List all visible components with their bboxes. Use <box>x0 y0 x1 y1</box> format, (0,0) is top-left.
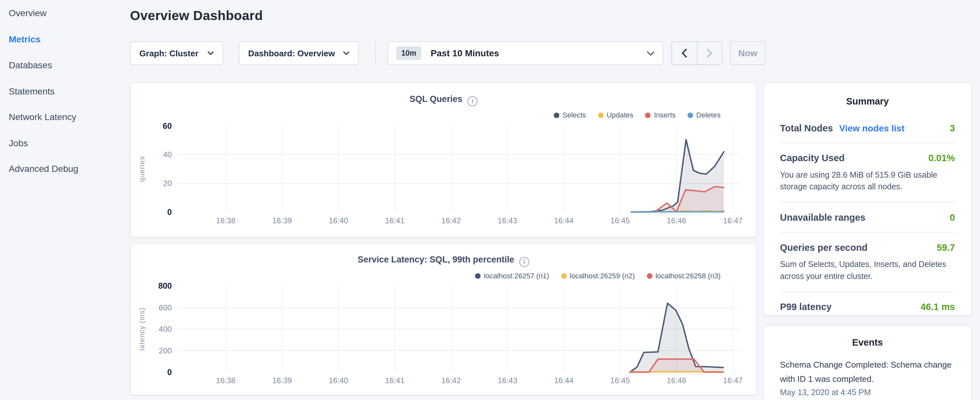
y-tick-label: 600 <box>159 303 172 312</box>
x-tick-label: 16:47 <box>723 216 743 225</box>
sidebar-item-jobs[interactable]: Jobs <box>0 137 130 148</box>
chevron-left-icon <box>681 49 687 57</box>
chevron-down-icon <box>343 51 349 55</box>
unavailable-ranges-row: Unavailable ranges 0 <box>780 212 955 223</box>
qps-value: 59.7 <box>937 242 955 253</box>
p99-value: 46.1 ms <box>921 301 955 312</box>
sidebar-item-statements[interactable]: Statements <box>0 85 130 97</box>
x-tick-label: 16:41 <box>385 376 404 385</box>
now-button[interactable]: Now <box>730 41 765 65</box>
dashboard-dropdown[interactable]: Dashboard: Overview <box>239 41 359 65</box>
app-root: Overview Metrics Databases Statements Ne… <box>0 0 980 400</box>
qps-label: Queries per second <box>780 242 868 253</box>
time-range-picker[interactable]: 10m Past 10 Minutes <box>388 41 663 65</box>
x-tick-label: 16:40 <box>329 216 348 225</box>
x-tick-label: 16:47 <box>723 376 743 385</box>
total-nodes-label: Total Nodes <box>780 123 833 133</box>
x-tick-label: 16:38 <box>216 216 235 225</box>
sidebar-item-advanced-debug[interactable]: Advanced Debug <box>0 163 130 174</box>
time-step-group <box>671 41 722 65</box>
qps-description: Sum of Selects, Updates, Inserts, and De… <box>780 258 955 282</box>
x-tick-label: 16:39 <box>272 216 292 225</box>
x-tick-label: 16:39 <box>272 376 292 385</box>
chevron-right-icon <box>706 49 712 57</box>
x-tick-label: 16:44 <box>554 376 573 385</box>
y-tick-label: 20 <box>163 179 172 188</box>
divider <box>780 142 955 143</box>
y-axis-label: latency (ms) <box>138 308 146 351</box>
dashboard-dropdown-label: Dashboard: Overview <box>248 49 335 58</box>
x-tick-label: 16:45 <box>611 216 630 225</box>
events-panel: Events Schema Change Completed: Schema c… <box>763 325 972 400</box>
y-tick-label: 60 <box>163 121 172 131</box>
sidebar-item-network-latency[interactable]: Network Latency <box>0 112 130 123</box>
qps-row: Queries per second 59.7 <box>780 242 955 253</box>
event-item-text[interactable]: Schema Change Completed: Schema change w… <box>780 358 955 386</box>
divider <box>780 291 955 292</box>
sql-queries-chart[interactable]: 16:3816:3916:4016:4116:4216:4316:4416:45… <box>131 83 756 237</box>
capacity-label: Capacity Used <box>780 153 845 163</box>
y-tick-label: 200 <box>159 346 172 355</box>
sidebar-nav: Overview Metrics Databases Statements Ne… <box>0 0 130 189</box>
total-nodes-row: Total Nodes View nodes list 3 <box>780 123 955 133</box>
x-tick-label: 16:45 <box>611 376 630 385</box>
y-tick-label: 0 <box>167 368 172 377</box>
time-window-badge: 10m <box>396 46 421 60</box>
y-tick-label: 400 <box>159 325 172 333</box>
event-item-timestamp: May 13, 2020 at 4:45 PM <box>780 388 955 397</box>
y-tick-label: 40 <box>163 150 172 159</box>
x-tick-label: 16:46 <box>667 376 686 385</box>
y-axis-label: queries <box>138 156 146 182</box>
step-back-button[interactable] <box>672 42 697 64</box>
sidebar-item-metrics[interactable]: Metrics <box>0 33 130 45</box>
time-window-label: Past 10 Minutes <box>431 48 499 58</box>
capacity-description: You are using 28.6 MiB of 515.9 GiB usab… <box>780 169 955 193</box>
step-forward-button[interactable] <box>697 42 722 64</box>
graph-dropdown-label: Graph: Cluster <box>140 49 199 58</box>
events-heading: Events <box>780 337 955 347</box>
sql-queries-panel: SQL Queries SelectsUpdatesInsertsDeletes… <box>130 83 757 237</box>
x-tick-label: 16:41 <box>385 216 404 225</box>
page-title: Overview Dashboard <box>130 8 263 23</box>
service-latency-chart[interactable]: 16:3816:3916:4016:4116:4216:4316:4416:45… <box>131 244 756 395</box>
capacity-row: Capacity Used 0.01% <box>780 153 955 163</box>
summary-panel: Summary Total Nodes View nodes list 3 Ca… <box>763 83 972 316</box>
unavailable-ranges-value: 0 <box>950 212 955 223</box>
graph-dropdown[interactable]: Graph: Cluster <box>130 41 223 65</box>
capacity-value: 0.01% <box>928 153 955 163</box>
summary-heading: Summary <box>780 96 955 107</box>
sidebar-item-databases[interactable]: Databases <box>0 59 130 71</box>
chevron-down-icon <box>207 51 213 55</box>
unavailable-ranges-label: Unavailable ranges <box>780 212 865 223</box>
p99-row: P99 latency 46.1 ms <box>780 301 955 312</box>
p99-label: P99 latency <box>780 301 832 312</box>
y-tick-label: 800 <box>158 281 172 290</box>
x-tick-label: 16:42 <box>441 216 461 225</box>
x-tick-label: 16:44 <box>554 216 573 225</box>
x-tick-label: 16:43 <box>498 216 517 225</box>
chevron-down-icon <box>647 51 654 55</box>
toolbar-divider <box>375 42 375 64</box>
x-tick-label: 16:42 <box>441 376 461 385</box>
x-tick-label: 16:46 <box>667 216 686 225</box>
divider <box>780 202 955 202</box>
total-nodes-value: 3 <box>950 123 955 133</box>
x-tick-label: 16:40 <box>329 376 348 385</box>
sidebar-item-overview[interactable]: Overview <box>0 8 130 19</box>
service-latency-panel: Service Latency: SQL, 99th percentile lo… <box>130 243 757 395</box>
x-tick-label: 16:43 <box>498 376 517 385</box>
divider <box>780 232 955 233</box>
x-tick-label: 16:38 <box>216 376 235 385</box>
view-nodes-link[interactable]: View nodes list <box>839 123 905 133</box>
y-tick-label: 0 <box>167 207 172 217</box>
